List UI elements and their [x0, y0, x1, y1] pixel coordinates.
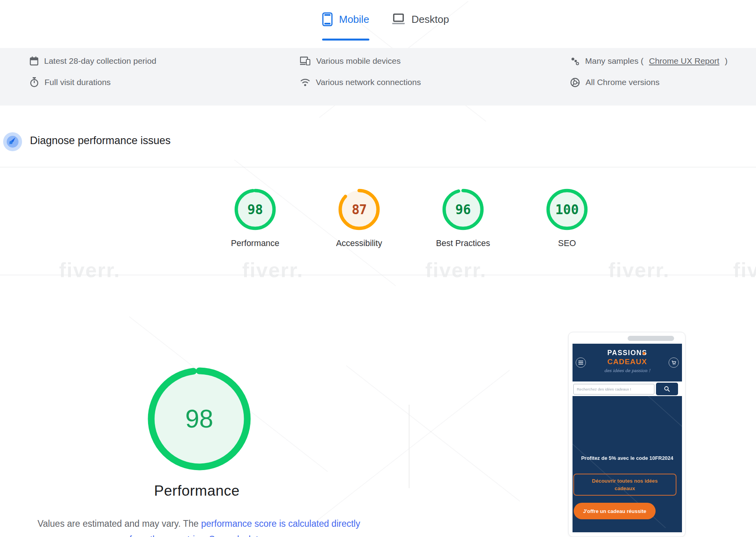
section-divider [0, 167, 756, 167]
env-mobile-devices: Various mobile devices [300, 55, 400, 67]
cart-icon [671, 360, 676, 365]
score-label: SEO [536, 239, 598, 248]
score-gauge-seo[interactable]: 100 SEO [536, 187, 598, 248]
env-chrome-versions: All Chrome versions [570, 76, 660, 88]
mobile-phone-icon [322, 12, 333, 26]
score-label: Performance [224, 239, 287, 248]
pagespeed-report: fiverr.fiverr.fiverr.fiverr.fiverr.fiver… [0, 0, 756, 537]
env-collection-period-label: Latest 28-day collection period [44, 56, 156, 66]
diagnose-section-title: Diagnose performance issues [30, 135, 170, 147]
tab-mobile[interactable]: Mobile [322, 10, 369, 28]
wifi-icon [300, 78, 310, 87]
score-label: Best Practices [432, 239, 495, 248]
env-collection-period: Latest 28-day collection period [30, 55, 156, 67]
promo-code-text: Profitez de 5% avec le code 10FR2024 [573, 455, 682, 461]
score-value: 96 [432, 187, 495, 231]
tab-desktop[interactable]: Desktop [392, 10, 449, 28]
site-logo-line2: CADEAUX [573, 357, 682, 366]
env-mobile-devices-label: Various mobile devices [316, 56, 400, 66]
samples-icon [570, 56, 580, 66]
env-network-connections-label: Various network connections [316, 78, 421, 87]
search-icon [664, 386, 670, 392]
watermark: fiverr. [608, 258, 670, 282]
env-many-samples-suffix: ) [725, 56, 728, 66]
site-search-button [656, 383, 678, 395]
stopwatch-icon [30, 77, 39, 87]
logo-o-dot [643, 352, 645, 355]
env-network-connections: Various network connections [300, 76, 421, 88]
screenshot-statusbar-pill [628, 336, 674, 341]
score-gauge-performance[interactable]: 98 Performance [224, 187, 287, 248]
score-gauge-best-practices[interactable]: 96 Best Practices [432, 187, 495, 248]
screenshot-site-header: PASSIONS CADEAUX des idées de passion ! [573, 344, 682, 381]
performance-description: Values are estimated and may vary. The p… [33, 516, 364, 537]
watermark: fiverr. [242, 258, 304, 282]
devices-icon [300, 56, 311, 66]
score-value: 87 [328, 187, 391, 231]
hamburger-icon [578, 361, 583, 365]
section-divider [0, 275, 756, 275]
description-text: Values are estimated and may vary. The [37, 518, 201, 529]
tab-desktop-label: Desktop [411, 13, 449, 26]
description-link[interactable]: See calculator. [209, 534, 269, 537]
chrome-icon [570, 78, 580, 87]
watermark-line [346, 365, 521, 502]
active-tab-underline [322, 39, 369, 41]
menu-circle [576, 357, 586, 368]
tab-mobile-label: Mobile [339, 13, 369, 26]
site-tagline: des idées de passion ! [573, 368, 682, 373]
watermark: fiverr. [59, 258, 120, 282]
env-visit-durations: Full visit durations [30, 76, 111, 88]
cart-circle [669, 357, 679, 368]
discover-ideas-button: Découvrir toutes nos idées cadeaux [573, 474, 676, 496]
calendar-icon [30, 56, 39, 66]
watermark: fiverr. [733, 258, 756, 282]
description-text: . [204, 534, 209, 537]
score-gauge-accessibility[interactable]: 87 Accessibility [328, 187, 391, 248]
env-many-samples: Many samples (Chrome UX Report) [570, 55, 728, 67]
env-chrome-versions-label: All Chrome versions [586, 78, 660, 87]
site-logo-line1: PASSIONS [573, 349, 682, 357]
insights-compass-icon [2, 131, 23, 154]
final-screenshot-preview: PASSIONS CADEAUX des idées de passion ! [568, 332, 686, 537]
env-many-samples-label: Many samples ( [585, 56, 643, 66]
env-visit-durations-label: Full visit durations [44, 78, 111, 87]
performance-section-title: Performance [24, 483, 370, 499]
vertical-divider [409, 405, 410, 488]
desktop-laptop-icon [392, 13, 405, 25]
score-label: Accessibility [328, 239, 391, 248]
watermark: fiverr. [425, 258, 487, 282]
chrome-ux-report-link[interactable]: Chrome UX Report [649, 56, 719, 66]
environment-bar: Latest 28-day collection period Full vis… [0, 48, 756, 106]
performance-big-score: 98 [147, 367, 251, 471]
score-value: 100 [536, 187, 598, 231]
score-value: 98 [224, 187, 287, 231]
site-search-input [573, 384, 654, 394]
offer-gift-button: J'offre un cadeau réussite [574, 503, 656, 519]
screenshot-hero-area: Profitez de 5% avec le code 10FR2024 Déc… [573, 396, 682, 532]
